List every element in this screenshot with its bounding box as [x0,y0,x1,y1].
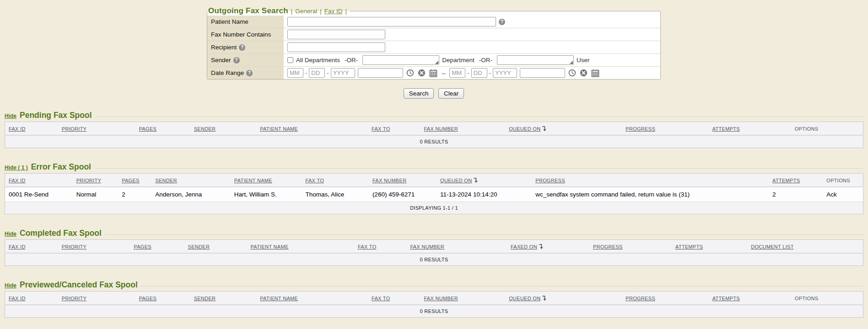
date-to-time-input[interactable] [520,68,565,78]
help-icon[interactable]: ? [233,57,240,64]
completed-fax-spool-section: Hide Completed Fax Spool FAX IDPRIORITYP… [5,228,863,266]
table-cell: 11-13-2024 10:14:20 [437,187,532,202]
section-divider [141,286,863,287]
pending-fax-spool-section: Hide Pending Fax Spool FAX IDPRIORITYPAG… [5,111,863,148]
date-from-day-input[interactable] [309,68,325,78]
sender-row: Sender ? All Departments -OR- Department… [207,54,660,67]
patient-name-label: Patient Name [207,16,284,28]
hide-link[interactable]: Hide [5,282,16,289]
column-header-fax-to[interactable]: FAX TO [354,240,406,254]
column-header-options: OPTIONS [791,122,863,136]
column-header-priority[interactable]: PRIORITY [58,292,135,305]
all-departments-checkbox[interactable] [287,57,293,63]
recipient-row: Recipient ? [207,41,660,54]
date-range-separator: – [442,69,446,77]
recipient-input[interactable] [287,42,385,52]
form-header: Outgoing Fax Search | General | Fax ID | [207,6,350,16]
column-header-pages[interactable]: PAGES [135,292,190,305]
column-header-fax-number[interactable]: FAX NUMBER [420,292,505,305]
tab-general[interactable]: General [295,8,317,15]
patient-name-row: Patient Name ? [207,16,660,28]
column-header-attempts[interactable]: ATTEMPTS [672,240,747,254]
column-header-fax-id[interactable]: FAX ID [5,174,73,187]
date-dash: - [489,69,491,76]
fax-number-contains-label: Fax Number Contains [207,28,284,41]
date-from-month-input[interactable] [287,68,303,78]
help-icon[interactable]: ? [499,19,505,25]
column-header-pages[interactable]: PAGES [118,174,151,187]
outgoing-fax-search-form: Outgoing Fax Search | General | Fax ID |… [207,6,661,80]
column-header-faxed-on[interactable]: FAXED ON [507,240,589,254]
sender-label: Sender [211,57,231,64]
column-header-fax-to[interactable]: FAX TO [302,174,369,187]
date-from-year-input[interactable] [331,68,355,78]
column-header-pages[interactable]: PAGES [135,122,190,136]
fax-number-contains-input[interactable] [287,30,385,39]
clear-date-icon[interactable] [418,69,426,77]
column-header-priority[interactable]: PRIORITY [58,240,130,254]
column-header-priority[interactable]: PRIORITY [58,122,135,136]
previewed-canceled-fax-spool-table: FAX IDPRIORITYPAGESSENDERPATIENT NAMEFAX… [5,291,863,318]
help-icon[interactable]: ? [239,44,245,51]
hide-link[interactable]: Hide [5,231,16,237]
column-header-fax-id[interactable]: FAX ID [5,122,58,136]
calendar-icon[interactable] [429,69,437,77]
column-header-fax-to[interactable]: FAX TO [368,122,420,136]
column-header-queued-on[interactable]: QUEUED ON [505,292,622,305]
date-to-year-input[interactable] [493,68,517,78]
column-header-sender[interactable]: SENDER [184,240,247,254]
column-header-patient-name[interactable]: PATIENT NAME [247,240,355,254]
clear-date-icon[interactable] [580,69,588,77]
search-button[interactable]: Search [404,88,434,99]
column-header-sender[interactable]: SENDER [151,174,231,187]
clock-icon[interactable] [568,69,576,77]
hide-link[interactable]: Hide ( 1 ) [5,164,28,171]
column-header-attempts[interactable]: ATTEMPTS [709,292,791,305]
column-header-queued-on[interactable]: QUEUED ON [437,174,532,187]
date-to-month-input[interactable] [449,68,465,78]
patient-name-input[interactable] [287,17,496,27]
column-header-queued-on[interactable]: QUEUED ON [505,122,622,136]
department-input[interactable] [362,55,439,65]
column-header-patient-name[interactable]: PATIENT NAME [231,174,302,187]
column-header-fax-id[interactable]: FAX ID [5,292,58,305]
table-cell: 2 [118,187,151,202]
column-header-pages[interactable]: PAGES [130,240,184,254]
column-header-fax-id[interactable]: FAX ID [5,240,58,254]
help-icon[interactable]: ? [246,70,253,76]
tab-fax-id[interactable]: Fax ID [324,8,343,15]
date-dash: - [467,69,469,76]
column-header-patient-name[interactable]: PATIENT NAME [256,292,368,305]
column-header-sender[interactable]: SENDER [190,292,256,305]
date-from-time-input[interactable] [358,68,403,78]
clock-icon[interactable] [406,69,414,77]
date-range-row: Date Range ? - - – [207,67,660,79]
column-header-progress[interactable]: PROGRESS [622,292,708,305]
clear-button[interactable]: Clear [438,88,464,99]
fax-number-contains-row: Fax Number Contains [207,28,660,41]
column-header-fax-number[interactable]: FAX NUMBER [369,174,437,187]
calendar-icon[interactable] [591,69,599,77]
column-header-priority[interactable]: PRIORITY [73,174,118,187]
column-header-document-list[interactable]: DOCUMENT LIST [747,240,863,254]
user-input[interactable] [497,55,574,65]
or-separator: -OR- [343,57,360,64]
column-header-patient-name[interactable]: PATIENT NAME [256,122,368,136]
column-header-progress[interactable]: PROGRESS [622,122,708,136]
or-separator: -OR- [477,57,494,64]
column-header-attempts[interactable]: ATTEMPTS [769,174,823,187]
date-to-day-input[interactable] [471,68,487,78]
column-header-fax-number[interactable]: FAX NUMBER [420,122,505,136]
column-header-progress[interactable]: PROGRESS [589,240,672,254]
column-header-fax-to[interactable]: FAX TO [368,292,420,305]
column-header-attempts[interactable]: ATTEMPTS [709,122,791,136]
section-title: Pending Fax Spool [20,111,92,120]
results-count: 0 RESULTS [5,135,863,148]
column-header-sender[interactable]: SENDER [190,122,256,136]
section-title: Completed Fax Spool [20,228,102,238]
column-header-progress[interactable]: PROGRESS [532,174,769,187]
hide-link[interactable]: Hide [5,113,16,119]
column-header-fax-number[interactable]: FAX NUMBER [406,240,507,254]
table-cell: Normal [73,187,118,202]
tab-separator: | [291,8,293,15]
